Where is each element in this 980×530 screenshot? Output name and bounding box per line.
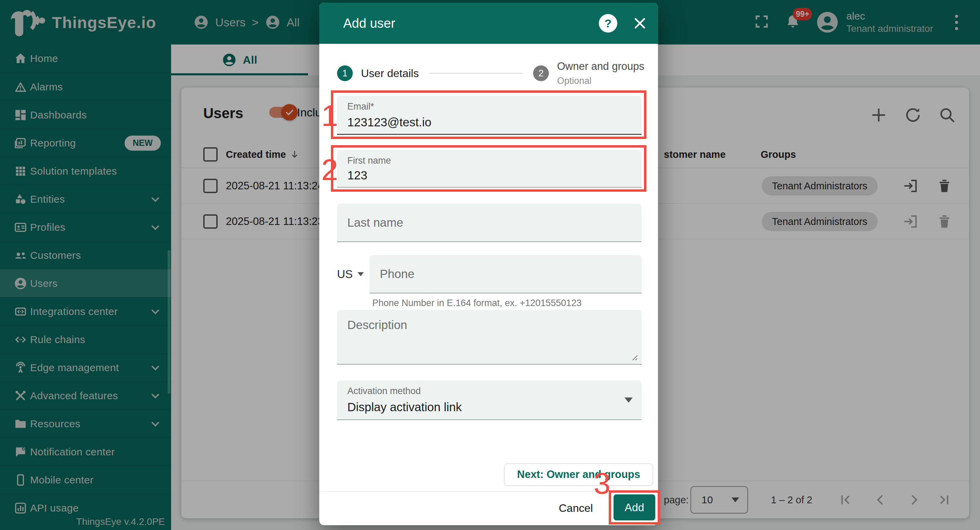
annotation-number-1: 1: [321, 101, 338, 131]
stepper-connector: [429, 73, 523, 73]
activation-method-value: Display activation link: [347, 400, 462, 414]
add-button[interactable]: Add: [614, 494, 655, 520]
description-input[interactable]: [337, 310, 641, 364]
screen: ThingsEye.io Users > All 99+: [0, 0, 980, 530]
dialog-title: Add user: [343, 3, 395, 44]
first-name-input[interactable]: [337, 168, 641, 182]
step-2-sublabel: Optional: [557, 74, 644, 88]
next-owner-groups-button[interactable]: Next: Owner and groups: [504, 463, 653, 486]
last-name-field: [337, 204, 641, 242]
activation-method-label: Activation method: [347, 386, 421, 396]
add-user-dialog: Add user ? 1 User details 2 Owner and gr…: [319, 3, 658, 525]
phone-hint: Phone Number in E.164 format, ex. +12015…: [372, 298, 582, 308]
caret-down-icon: [358, 272, 364, 276]
close-icon[interactable]: [632, 16, 648, 31]
step-2-circle[interactable]: 2: [533, 65, 549, 81]
footer-divider: [319, 491, 658, 492]
cancel-button[interactable]: Cancel: [559, 498, 593, 518]
step-1-circle[interactable]: 1: [337, 65, 353, 81]
step-2-label: Owner and groups: [557, 59, 644, 74]
email-label: Email*: [347, 101, 374, 112]
step-1-label: User details: [361, 67, 419, 80]
description-field: [337, 310, 641, 365]
phone-field: [369, 255, 641, 294]
help-icon[interactable]: ?: [599, 14, 617, 32]
phone-country-select[interactable]: US: [337, 255, 370, 294]
phone-country-value: US: [337, 268, 353, 281]
phone-input[interactable]: [369, 255, 641, 293]
email-input[interactable]: [337, 115, 641, 129]
last-name-input[interactable]: [337, 204, 641, 241]
first-name-field: First name: [337, 150, 641, 188]
caret-down-icon: [624, 398, 633, 402]
first-name-label: First name: [347, 155, 391, 166]
activation-method-select[interactable]: Activation method Display activation lin…: [337, 380, 641, 420]
resize-handle-icon[interactable]: [631, 354, 638, 361]
stepper: 1 User details 2 Owner and groups Option…: [337, 57, 644, 90]
email-field: Email*: [337, 96, 641, 135]
annotation-number-2: 2: [321, 155, 338, 185]
dialog-header: Add user ?: [319, 3, 658, 44]
